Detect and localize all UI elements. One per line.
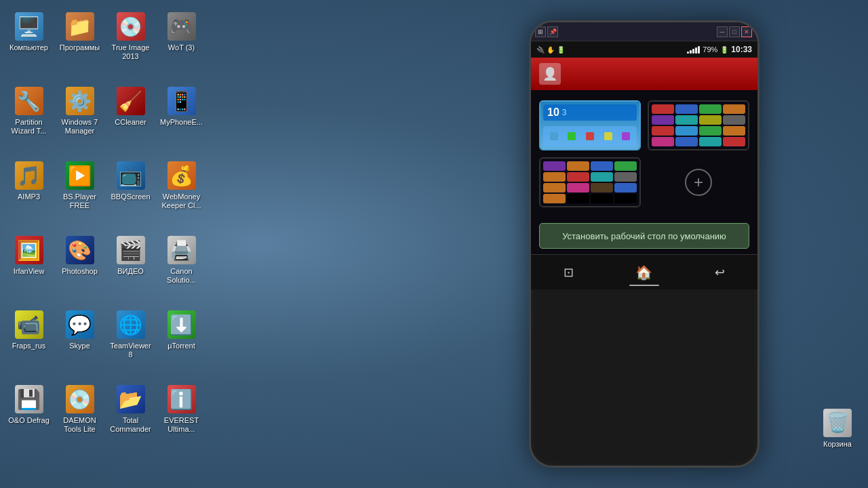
window-close-btn[interactable]: ✕ (741, 26, 752, 37)
icon-label-webmoney: WebMoney Keeper Cl... (159, 192, 204, 210)
icon-label-teamviewer: TeamViewer 8 (108, 342, 153, 359)
icon-image-fraps: 📹 (15, 310, 43, 339)
desktop-icon-trueimage[interactable]: 💿True Image 2013 (105, 7, 156, 81)
desktop-icon-daemon[interactable]: 💿DAEMON Tools Lite (54, 380, 105, 454)
icon-label-bsplayer: BS.Player FREE (57, 192, 102, 210)
icon-image-everest: ℹ️ (167, 385, 196, 413)
phone-status-bar: 🔌 ✋ 🔋 79% 🔋 10:33 (531, 41, 757, 58)
battery-small-icon: 🔋 (557, 46, 565, 54)
icon-image-webmoney: 💰 (167, 161, 196, 190)
screen3-content (540, 159, 639, 206)
desktop-icon-video[interactable]: 🎬ВИДЕО (105, 230, 156, 305)
icon-label-oodefrag: O&O Defrag (8, 416, 50, 425)
desktop-icon-everest[interactable]: ℹ️EVEREST Ultima... (156, 380, 207, 454)
icon-label-computer: Компьютер (9, 43, 48, 52)
icon-image-wot: 🎮 (167, 12, 196, 41)
desktop-icon-teamviewer[interactable]: 🌐TeamViewer 8 (105, 305, 156, 380)
icon-image-bbqscreen: 📺 (117, 161, 145, 190)
desktop-icon-computer[interactable]: 🖥️Компьютер (3, 7, 54, 81)
window-icon-btn[interactable]: ⊞ (535, 26, 546, 37)
icon-label-fraps: Fraps_rus (12, 342, 46, 350)
nav-back-btn[interactable]: ↩ (705, 260, 734, 285)
desktop-icon-bbqscreen[interactable]: 📺BBQScreen (105, 156, 156, 230)
icon-label-aimp: AIMP3 (18, 192, 40, 201)
window-pin-btn[interactable]: 📌 (547, 26, 558, 37)
clock-hour: 10 (547, 106, 559, 119)
icon-image-partition: 🔧 (15, 87, 43, 115)
desktop-icon-fraps[interactable]: 📹Fraps_rus (3, 305, 54, 380)
icon-label-bbqscreen: BBQScreen (111, 192, 150, 201)
icon-label-everest: EVEREST Ultima... (159, 416, 204, 434)
window-maximize-btn[interactable]: □ (729, 26, 740, 37)
desktop-icons-area: 🖥️Компьютер📁Программы💿True Image 2013🎮Wo… (0, 0, 217, 488)
usb-icon: 🔌 (536, 46, 545, 54)
icon-image-photoshop: 🎨 (66, 236, 94, 264)
icon-image-totalcmd: 📂 (117, 385, 145, 413)
desktop-icon-webmoney[interactable]: 💰WebMoney Keeper Cl... (156, 156, 207, 230)
icon-label-partition: Partition Wizard T... (6, 118, 52, 136)
desktop-icon-wot[interactable]: 🎮WoT (3) (156, 7, 207, 81)
desktop-icon-ccleaner[interactable]: 🧹CCleaner (105, 81, 156, 156)
app-top-bar: 👤 (531, 58, 757, 90)
desktop-icon-irfan[interactable]: 🖼️IrfanView (3, 230, 54, 305)
icon-label-ccleaner: CCleaner (115, 118, 146, 127)
phone-frame: ⊞ 📌 ─ □ ✕ 🔌 ✋ 🔋 79% (529, 20, 760, 468)
battery-percent: 79% (703, 45, 717, 54)
icon-image-oodefrag: 💾 (15, 385, 43, 413)
desktop-icon-myphone[interactable]: 📱MyPhoneE... (156, 81, 207, 156)
icon-image-bsplayer: ▶️ (66, 161, 94, 190)
add-screen-button[interactable]: + (648, 157, 749, 207)
screens-grid[interactable]: 10 3 (531, 90, 757, 218)
desktop-icon-canon[interactable]: 🖨️Canon Solutio... (156, 230, 207, 305)
set-default-button[interactable]: Установить рабочий стол по умолчанию (539, 223, 749, 249)
phone-screen[interactable]: 👤 10 3 (531, 58, 757, 289)
desktop-icon-totalcmd[interactable]: 📂Total Commander (105, 380, 156, 454)
icon-image-utorrent: ⬇️ (167, 310, 196, 339)
screen1-content: 10 3 (540, 102, 639, 149)
nav-recent-btn[interactable]: ⊡ (554, 260, 584, 285)
icon-label-daemon: DAEMON Tools Lite (57, 416, 102, 434)
icon-image-programs: 📁 (66, 12, 94, 41)
screen-thumb-1[interactable]: 10 3 (539, 100, 641, 150)
icon-image-irfan: 🖼️ (15, 236, 43, 264)
desktop-icon-photoshop[interactable]: 🎨Photoshop (54, 230, 105, 305)
desktop-icon-oodefrag[interactable]: 💾O&O Defrag (3, 380, 54, 454)
icon-label-utorrent: µTorrent (167, 342, 195, 350)
icon-label-video: ВИДЕО (117, 267, 144, 276)
desktop-icon-skype[interactable]: 💬Skype (54, 305, 105, 380)
clock-widget: 10 3 (543, 104, 637, 121)
icon-image-myphone: 📱 (167, 87, 196, 115)
icon-label-totalcmd: Total Commander (108, 416, 153, 434)
desktop-icon-utorrent[interactable]: ⬇️µTorrent (156, 305, 207, 380)
desktop-icon-programs[interactable]: 📁Программы (54, 7, 105, 81)
icon-image-ccleaner: 🧹 (117, 87, 145, 115)
status-right-area: 79% 🔋 10:33 (687, 45, 752, 54)
phone-bottom-nav: ⊡ 🏠 ↩ (531, 254, 757, 289)
app-icon: 👤 (539, 63, 561, 85)
signal-bars (687, 45, 700, 54)
desktop-icon-partition[interactable]: 🔧Partition Wizard T... (3, 81, 54, 156)
set-default-label: Установить рабочий стол по умолчанию (562, 231, 726, 241)
desktop-icon-bsplayer[interactable]: ▶️BS.Player FREE (54, 156, 105, 230)
icon-label-programs: Программы (60, 43, 100, 52)
icon-label-photoshop: Photoshop (62, 267, 98, 276)
window-minimize-btn[interactable]: ─ (717, 26, 728, 37)
icon-image-trueimage: 💿 (117, 12, 145, 41)
battery-icon: 🔋 (720, 46, 728, 54)
screen-thumb-2[interactable] (648, 100, 749, 150)
screen-thumb-3[interactable] (539, 157, 641, 207)
nav-home-btn[interactable]: 🏠 (629, 260, 659, 285)
phone-emulator-container: ⊞ 📌 ─ □ ✕ 🔌 ✋ 🔋 79% (420, 0, 868, 488)
status-left-icons: 🔌 ✋ 🔋 (536, 46, 687, 54)
desktop-icon-win7manager[interactable]: ⚙️Windows 7 Manager (54, 81, 105, 156)
icon-label-wot: WoT (3) (168, 43, 195, 52)
screen2-content (649, 102, 748, 149)
window-chrome: ⊞ 📌 ─ □ ✕ (531, 22, 757, 41)
icon-label-myphone: MyPhoneE... (160, 118, 203, 127)
add-screen-icon: + (685, 169, 712, 196)
icon-image-teamviewer: 🌐 (117, 310, 145, 339)
icon-image-win7manager: ⚙️ (66, 87, 94, 115)
desktop-icon-aimp[interactable]: 🎵AIMP3 (3, 156, 54, 230)
hand-icon: ✋ (547, 46, 555, 54)
icon-label-skype: Skype (69, 342, 90, 350)
